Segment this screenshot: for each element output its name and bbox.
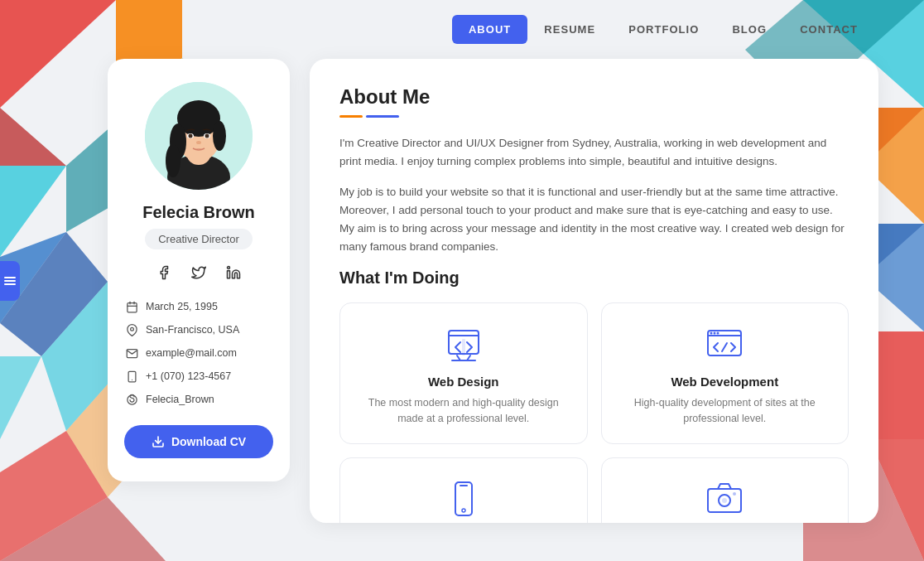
- menu-icon: [4, 276, 16, 286]
- svg-rect-53: [455, 482, 472, 515]
- svg-point-34: [205, 134, 209, 138]
- svg-point-45: [127, 394, 136, 404]
- svg-point-30: [166, 144, 180, 177]
- service-web-design-desc: The most modern and high-quality design …: [357, 395, 570, 428]
- svg-point-58: [733, 492, 736, 496]
- svg-point-52: [717, 331, 719, 334]
- content-area: Felecia Brown Creative Director: [0, 44, 924, 561]
- email-info: example@mail.com: [124, 346, 273, 360]
- nav-blog[interactable]: BLOG: [715, 15, 783, 44]
- nav-resume[interactable]: RESUME: [527, 15, 612, 44]
- skype-info: Felecia_Brown: [124, 392, 273, 407]
- doing-title: What I'm Doing: [339, 268, 849, 288]
- facebook-icon[interactable]: [152, 261, 176, 284]
- svg-point-33: [189, 134, 193, 138]
- phone-info: +1 (070) 123-4567: [124, 369, 273, 384]
- web-dev-icon: [704, 323, 745, 365]
- svg-rect-38: [127, 302, 136, 312]
- service-web-dev-desc: High-quality development of sites at the…: [618, 395, 832, 428]
- svg-point-42: [130, 327, 133, 331]
- sidebar-toggle-button[interactable]: [0, 261, 20, 301]
- mobile-icon: [443, 478, 484, 520]
- sidebar-card: Felecia Brown Creative Director: [108, 59, 290, 481]
- download-label: Download CV: [171, 435, 246, 448]
- skype-icon: [124, 392, 139, 407]
- skype-text: Felecia_Brown: [146, 394, 214, 405]
- photography-icon: [704, 478, 745, 520]
- svg-point-57: [722, 498, 727, 503]
- location-icon: [124, 322, 139, 337]
- svg-point-51: [714, 331, 716, 334]
- title-underline: [339, 115, 849, 118]
- service-photography: Photography: [601, 457, 849, 523]
- first-name: Felecia: [142, 203, 203, 221]
- web-design-icon: [443, 323, 484, 365]
- birthday-text: March 25, 1995: [146, 301, 218, 312]
- avatar: [145, 82, 253, 190]
- download-icon: [152, 435, 165, 448]
- social-links: [152, 261, 245, 284]
- svg-point-50: [710, 331, 713, 334]
- about-title: About Me: [339, 85, 849, 109]
- svg-rect-49: [708, 331, 741, 355]
- navbar: ABOUT RESUME PORTFOLIO BLOG CONTACT: [0, 0, 924, 44]
- about-paragraph-2: My job is to build your website so that …: [339, 183, 849, 257]
- svg-point-37: [228, 267, 230, 269]
- svg-point-54: [462, 509, 465, 512]
- download-cv-button[interactable]: Download CV: [124, 425, 273, 458]
- svg-rect-36: [228, 271, 230, 278]
- service-web-design-name: Web Design: [428, 375, 499, 389]
- nav-contact[interactable]: CONTACT: [783, 15, 874, 44]
- nav-about[interactable]: ABOUT: [452, 15, 527, 44]
- phone-text: +1 (070) 123-4567: [146, 370, 231, 382]
- service-web-dev: Web Development High-quality development…: [601, 302, 849, 445]
- svg-rect-48: [462, 339, 465, 355]
- about-paragraph-1: I'm Creative Director and UI/UX Designer…: [339, 134, 849, 172]
- twitter-icon[interactable]: [187, 261, 210, 284]
- service-web-design: Web Design The most modern and high-qual…: [339, 302, 588, 445]
- svg-point-29: [213, 121, 226, 151]
- birthday-info: March 25, 1995: [124, 299, 273, 314]
- calendar-icon: [124, 299, 139, 314]
- service-mobile: Mobile Apps: [339, 457, 588, 523]
- svg-point-35: [196, 141, 201, 144]
- underline-blue: [366, 115, 399, 118]
- location-text: San-Francisco, USA: [146, 324, 239, 336]
- profile-name: Felecia Brown: [142, 203, 255, 222]
- phone-icon: [124, 369, 139, 384]
- services-grid: Web Design The most modern and high-qual…: [339, 302, 849, 523]
- email-text: example@mail.com: [146, 347, 237, 359]
- last-name: Brown: [204, 203, 255, 221]
- role-badge: Creative Director: [145, 229, 253, 249]
- linkedin-icon[interactable]: [222, 261, 245, 284]
- underline-orange: [339, 115, 363, 118]
- email-icon: [124, 346, 139, 360]
- service-web-dev-name: Web Development: [671, 375, 778, 389]
- location-info: San-Francisco, USA: [124, 322, 273, 337]
- info-list: March 25, 1995 San-Francisco, USA exampl…: [124, 299, 273, 407]
- main-card: About Me I'm Creative Director and UI/UX…: [310, 59, 878, 523]
- nav-portfolio[interactable]: PORTFOLIO: [612, 15, 715, 44]
